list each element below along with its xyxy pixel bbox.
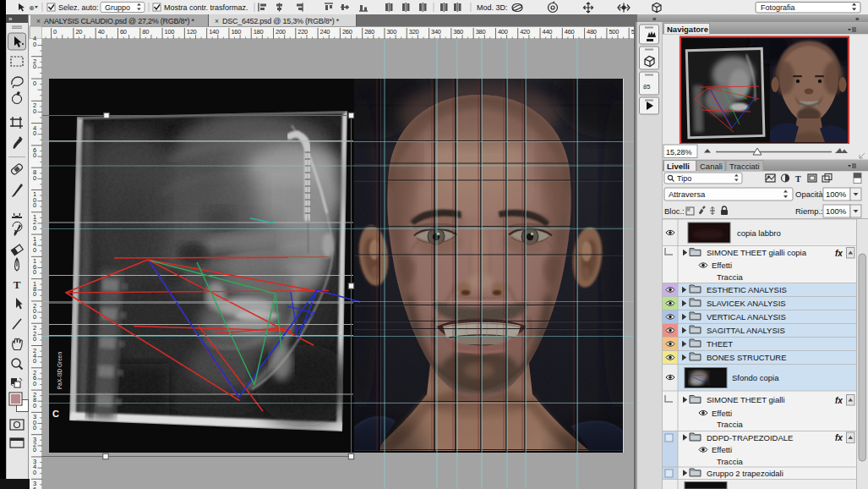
- svg-text:fx: fx: [835, 396, 843, 405]
- svg-text:0: 0: [33, 151, 36, 159]
- svg-text:«: «: [652, 15, 657, 23]
- svg-text:×: ×: [36, 17, 41, 25]
- svg-text:Bloc.:: Bloc.:: [664, 206, 685, 216]
- svg-text:500: 500: [609, 28, 619, 36]
- svg-text:Opacità:: Opacità:: [795, 190, 825, 199]
- svg-text:0: 0: [33, 80, 36, 87]
- svg-text:400: 400: [498, 28, 508, 36]
- svg-text:0: 0: [33, 446, 36, 453]
- svg-text:THEET: THEET: [707, 339, 733, 349]
- svg-text:460: 460: [565, 28, 575, 36]
- svg-text:20: 20: [75, 28, 82, 36]
- svg-text:SLAVICEK ANALYSIS: SLAVICEK ANALYSIS: [707, 299, 786, 308]
- svg-text:0: 0: [33, 313, 36, 321]
- svg-text:×: ×: [215, 17, 219, 25]
- svg-text:0: 0: [33, 424, 36, 431]
- svg-text:0: 0: [33, 224, 36, 232]
- svg-text:Livelli: Livelli: [667, 162, 690, 171]
- svg-text:15,28%: 15,28%: [666, 148, 692, 157]
- svg-text:Selez. auto:: Selez. auto:: [58, 3, 99, 12]
- svg-text:220: 220: [298, 28, 308, 36]
- svg-text:0: 0: [33, 357, 36, 365]
- svg-text:0: 0: [33, 63, 36, 70]
- svg-text:160: 160: [231, 28, 241, 36]
- svg-text:120: 120: [187, 28, 197, 36]
- svg-text:Navigatore: Navigatore: [667, 25, 708, 34]
- svg-text:Mod. 3D:: Mod. 3D:: [477, 3, 508, 12]
- svg-text:T: T: [14, 278, 21, 291]
- svg-text:Sfondo copia: Sfondo copia: [732, 373, 779, 382]
- svg-text:Riemp.:: Riemp.:: [795, 206, 823, 216]
- svg-text:fx: fx: [835, 249, 843, 258]
- svg-text:VERTICAL ANALYSIS: VERTICAL ANALYSIS: [707, 312, 786, 321]
- svg-text:Canali: Canali: [700, 162, 723, 171]
- svg-text:100%: 100%: [826, 190, 847, 199]
- svg-text:DDPD-TRAPEZOIDALE: DDPD-TRAPEZOIDALE: [707, 433, 793, 442]
- svg-text:360: 360: [453, 28, 463, 36]
- svg-text:260: 260: [342, 28, 352, 36]
- svg-text:420: 420: [520, 28, 530, 36]
- svg-text:fx: fx: [835, 433, 843, 442]
- svg-text:180: 180: [254, 28, 264, 36]
- svg-text:0: 0: [33, 335, 36, 343]
- svg-text:300: 300: [386, 28, 396, 36]
- svg-text:Tracciati: Tracciati: [729, 162, 760, 171]
- svg-text:0: 0: [33, 268, 36, 276]
- svg-text:0: 0: [33, 469, 36, 476]
- svg-text:200: 200: [276, 28, 286, 36]
- svg-text:380: 380: [476, 28, 486, 36]
- svg-text:0: 0: [33, 107, 36, 115]
- svg-text:Gruppo: Gruppo: [105, 3, 130, 12]
- svg-text:6: 6: [33, 486, 36, 489]
- svg-text:40: 40: [98, 28, 105, 36]
- svg-text:0: 0: [33, 290, 36, 298]
- svg-text:0: 0: [33, 41, 36, 48]
- svg-text:0: 0: [33, 246, 36, 254]
- svg-text:0: 0: [53, 28, 57, 36]
- svg-text:440: 440: [543, 28, 553, 36]
- svg-text:140: 140: [209, 28, 219, 36]
- svg-text:DSC_6452.psd @ 15,3% (RGB/8*): DSC_6452.psd @ 15,3% (RGB/8*) *: [222, 17, 340, 25]
- svg-text:0: 0: [33, 174, 36, 182]
- svg-text:SIMONE THEET gialli: SIMONE THEET gialli: [707, 395, 785, 404]
- svg-text:ANALYSIS CLAUDIO.psd @ 27,2% (: ANALYSIS CLAUDIO.psd @ 27,2% (RGB/8*) *: [44, 17, 195, 25]
- svg-text:240: 240: [320, 28, 330, 36]
- svg-text:Effetti: Effetti: [712, 445, 732, 454]
- svg-text:0: 0: [33, 380, 36, 387]
- svg-text:Mostra contr. trasformaz.: Mostra contr. trasformaz.: [164, 3, 248, 12]
- svg-text:Fotografia: Fotografia: [761, 3, 795, 12]
- svg-text:100: 100: [165, 28, 175, 36]
- svg-text:Traccia: Traccia: [717, 457, 744, 466]
- svg-text:copia labbro: copia labbro: [737, 228, 781, 238]
- svg-text:Effetti: Effetti: [712, 261, 732, 270]
- svg-text:100%: 100%: [826, 206, 847, 216]
- svg-text:280: 280: [364, 28, 374, 36]
- svg-text:0: 0: [33, 402, 36, 409]
- svg-text:BONES STRUCTURE: BONES STRUCTURE: [707, 353, 786, 362]
- svg-text:0: 0: [33, 201, 36, 209]
- svg-text:0: 0: [33, 129, 36, 137]
- svg-text:T: T: [795, 174, 801, 184]
- svg-text:Attraversa: Attraversa: [669, 190, 706, 199]
- svg-text:C: C: [52, 409, 59, 419]
- svg-text:320: 320: [409, 28, 419, 36]
- svg-text:»: »: [8, 15, 13, 23]
- svg-text:SIMONE THEET gialli copia: SIMONE THEET gialli copia: [707, 248, 807, 257]
- svg-text:Traccia: Traccia: [717, 420, 744, 429]
- svg-text:340: 340: [431, 28, 441, 36]
- svg-text:60: 60: [120, 28, 127, 36]
- svg-text:85: 85: [643, 83, 650, 91]
- svg-text:ESTHETIC ANALYSIS: ESTHETIC ANALYSIS: [707, 285, 787, 294]
- svg-text:PaX-i3D Green: PaX-i3D Green: [57, 352, 63, 389]
- svg-text:80: 80: [142, 28, 149, 36]
- svg-text:SAGITTAL ANALYSIS: SAGITTAL ANALYSIS: [707, 326, 785, 335]
- svg-text:⊕: ⊕: [29, 4, 35, 12]
- svg-text:Traccia: Traccia: [717, 272, 744, 282]
- svg-text:Tipo: Tipo: [677, 174, 691, 183]
- svg-text:480: 480: [587, 28, 597, 36]
- svg-text:»: »: [855, 15, 860, 23]
- svg-text:Effetti: Effetti: [712, 409, 732, 418]
- svg-text:Gruppo 2 trapezoidali: Gruppo 2 trapezoidali: [707, 469, 783, 478]
